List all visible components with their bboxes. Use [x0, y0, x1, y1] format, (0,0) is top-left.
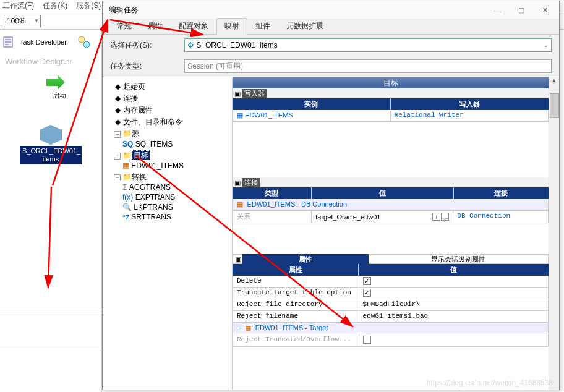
- start-arrow-icon: [46, 75, 65, 90]
- tab-properties[interactable]: 属性: [140, 18, 171, 35]
- properties-header-left: 属性: [242, 254, 369, 265]
- tree-sq-items[interactable]: SQ SQ_ITEMS: [122, 139, 229, 149]
- collapse-icon[interactable]: ▣: [233, 179, 242, 187]
- maximize-button[interactable]: ▢: [510, 1, 533, 19]
- svg-point-1: [79, 36, 85, 43]
- prop-row-reject-dir[interactable]: Reject file directory $PMBadFileDir\: [233, 299, 549, 311]
- reject-trunc-checkbox[interactable]: [363, 336, 371, 344]
- tree-start-page[interactable]: ◆ 起始页: [114, 81, 229, 93]
- collapse-icon[interactable]: ▣: [233, 255, 242, 263]
- svg-point-2: [83, 41, 90, 48]
- prop-row-reject-trunc[interactable]: Reject Truncated/Overflow...: [233, 334, 549, 347]
- session-task-label: S_ORCL_EDW01_ items: [20, 146, 82, 164]
- edit-task-dialog: 编辑任务 — ▢ ✕ 常规 属性 配置对象 映射 组件 元数据扩展 选择任务(S…: [102, 1, 560, 390]
- menu-workflow[interactable]: 工作流(F): [2, 1, 34, 11]
- workflow-canvas[interactable]: 启动 S_ORCL_EDW01_ items: [0, 69, 101, 291]
- prop-row-truncate[interactable]: Truncate target table option ✓: [233, 288, 549, 299]
- browse-button[interactable]: …: [441, 213, 449, 221]
- select-task-dropdown[interactable]: ⚙ S_ORCL_EDW01_items ⌄: [184, 38, 552, 52]
- tab-mapping[interactable]: 映射: [216, 18, 247, 35]
- dialog-title: 编辑任务: [105, 5, 139, 15]
- select-task-label: 选择任务(S):: [110, 40, 178, 51]
- task-developer-button[interactable]: Task Developer: [0, 30, 101, 54]
- chevron-down-icon: ⌄: [544, 42, 551, 48]
- separator: [0, 351, 101, 351]
- prop-row-delete[interactable]: Delete ✓: [233, 276, 549, 288]
- minimize-button[interactable]: —: [486, 1, 510, 19]
- writer-bar: 写入器: [242, 89, 267, 98]
- target-header: 目标: [233, 77, 549, 88]
- tab-config[interactable]: 配置对象: [171, 18, 216, 35]
- task-developer-icon: [2, 35, 17, 49]
- tree-targets[interactable]: −📁 目标 ▦ EDW01_ITEMS: [114, 150, 229, 171]
- writer-header: 实例 写入器: [233, 98, 549, 110]
- left-panel: Task Developer Workflow Designer 启动 S_OR…: [0, 30, 102, 392]
- tree-exptrans[interactable]: f(x) EXPTRANS: [122, 192, 229, 202]
- tab-general[interactable]: 常规: [109, 18, 140, 35]
- task-type-label: 任务类型:: [110, 61, 178, 72]
- tree-files[interactable]: ◆ 文件、目录和命令: [114, 116, 229, 128]
- writer-row[interactable]: ▦ EDW01_ITEMS Relational Writer: [233, 110, 549, 122]
- vertical-scrollbar[interactable]: ▲: [549, 77, 559, 390]
- tree-memory[interactable]: ◆ 内存属性: [114, 104, 229, 116]
- connection-row[interactable]: 关系 target_Oracle_edw01 ↓ … DB Connection: [233, 211, 549, 223]
- properties-columns: 属性 值: [233, 264, 549, 276]
- wf-designer-icon: [77, 35, 92, 49]
- task-type-value: Session (可重用): [184, 59, 552, 73]
- workflow-designer-label: Workflow Designer: [0, 54, 101, 69]
- connection-header: 类型 值 连接: [233, 187, 549, 199]
- separator: [0, 313, 101, 313]
- tree-edw01-items[interactable]: ▦ EDW01_ITEMS: [122, 161, 229, 171]
- connection-group-row: ▦ EDW01_ITEMS - DB Connection: [233, 199, 549, 211]
- start-node[interactable]: 启动: [12, 75, 89, 100]
- menu-services[interactable]: 服务(S): [76, 1, 101, 11]
- right-pane: 目标 ▣写入器 实例 写入器 ▦ EDW01_ITEMS Relational …: [233, 77, 559, 390]
- separator: [0, 310, 101, 310]
- prop-row-reject-file[interactable]: Reject filename edw01_items1.bad: [233, 311, 549, 323]
- delete-checkbox[interactable]: ✓: [363, 277, 371, 285]
- close-button[interactable]: ✕: [533, 1, 557, 19]
- down-arrow-button[interactable]: ↓: [432, 213, 440, 221]
- collapse-icon[interactable]: ▣: [233, 90, 242, 98]
- tree-transforms[interactable]: −📁 转换 Σ AGGTRANS f(x) EXPTRANS 🔍 LKPTRAN…: [114, 171, 229, 223]
- zoom-select[interactable]: 100%▼: [4, 15, 41, 27]
- dialog-titlebar[interactable]: 编辑任务 — ▢ ✕: [103, 1, 559, 19]
- dialog-tabs: 常规 属性 配置对象 映射 组件 元数据扩展: [103, 19, 559, 35]
- menu-task[interactable]: 任务(K): [43, 1, 67, 11]
- tab-metadata[interactable]: 元数据扩展: [278, 18, 331, 35]
- chevron-down-icon: ▼: [34, 18, 40, 23]
- tree-connection[interactable]: ◆ 连接: [114, 93, 229, 104]
- tab-components[interactable]: 组件: [247, 18, 278, 35]
- session-task-node[interactable]: S_ORCL_EDW01_ items: [12, 125, 89, 164]
- scroll-up-icon[interactable]: ▲: [549, 77, 559, 83]
- session-task-icon: [40, 125, 62, 145]
- tree-aggtrans[interactable]: Σ AGGTRANS: [122, 182, 229, 192]
- mapping-tree[interactable]: ◆ 起始页 ◆ 连接 ◆ 内存属性 ◆ 文件、目录和命令 −📁 源 SQ SQ_…: [103, 77, 233, 390]
- tree-srttrans[interactable]: ᵃz SRTTRANS: [122, 212, 229, 222]
- properties-header-right: 显示会话级别属性: [369, 255, 548, 264]
- tree-lkptrans[interactable]: 🔍 LKPTRANS: [122, 202, 229, 212]
- tree-sources[interactable]: −📁 源 SQ SQ_ITEMS: [114, 128, 229, 150]
- prop-group-row: − ▦ EDW01_ITEMS - Target: [233, 323, 549, 334]
- truncate-checkbox[interactable]: ✓: [363, 289, 371, 297]
- connection-bar: 连接: [242, 178, 260, 187]
- scroll-thumb[interactable]: [550, 93, 559, 118]
